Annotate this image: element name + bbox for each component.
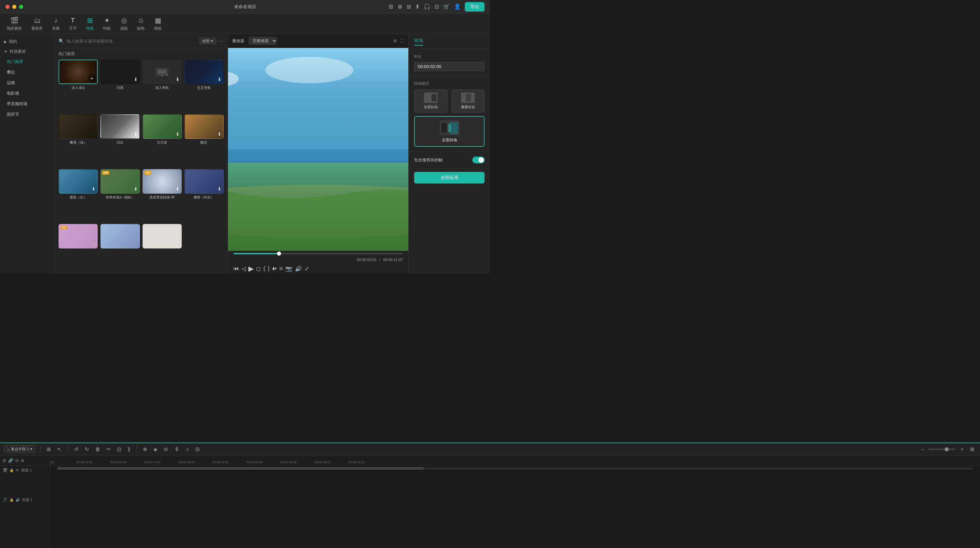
sidebar-my-header[interactable]: ▶ 我的 — [0, 37, 54, 47]
mode-overlay[interactable]: 叠覆转场 — [452, 89, 485, 113]
export-button[interactable]: 导出 — [465, 2, 485, 11]
progress-bar[interactable] — [234, 253, 403, 254]
sidebar-transition-header[interactable]: ▼ 转场素材 — [0, 47, 54, 56]
settings-small-button[interactable]: ⤢ — [305, 266, 309, 272]
toolbar-my-assets[interactable]: 🎬 我的素材 — [7, 16, 22, 31]
transition-flip[interactable]: ⬇ 翻页 — [185, 115, 224, 166]
mode-before[interactable]: 前置转场 — [414, 89, 447, 113]
total-time: 00:00:11:07 — [383, 258, 403, 262]
transitions-grid: ＋ 淡入淡出 ⬇ 闪黑 — [54, 60, 228, 274]
headphone-icon: 🎧 — [424, 3, 430, 10]
left-sidebar: ▶ 我的 ▼ 转场素材 热门推荐 叠化 运镜 电影感 — [0, 34, 54, 274]
toolbar-transition[interactable]: ⊞ 转场 — [86, 16, 94, 31]
search-icon: 🔍 — [59, 38, 64, 43]
toolbar-sticker[interactable]: ☺ 贴纸 — [137, 17, 145, 31]
transition-empty-thumb — [185, 224, 224, 249]
sidebar-transition-label: 转场素材 — [10, 49, 26, 54]
sidebar-item-dissolve[interactable]: 叠化 — [0, 67, 54, 78]
download-icon-6: ⬇ — [218, 131, 221, 137]
maximize-button[interactable] — [19, 5, 23, 9]
svg-rect-22 — [466, 94, 471, 102]
play-button[interactable]: ▶ — [248, 264, 253, 272]
transition-snow[interactable]: VIP ⬇ 圣诞雪花转场 04 — [143, 169, 182, 221]
sidebar-item-national-day[interactable]: 国庆节 — [0, 109, 54, 120]
sidebar-item-cinematic[interactable]: 电影感 — [0, 88, 54, 99]
search-input[interactable] — [67, 39, 196, 43]
transition-arrow-icon: ▼ — [4, 50, 8, 53]
transition-cube[interactable]: ⬇ 立方体 — [143, 115, 182, 166]
monitor-icon: 🖥 — [397, 4, 402, 10]
transition-wipe[interactable]: ⬇ 擦除（向右） — [185, 169, 224, 221]
layout-icon: ⊟ — [434, 3, 439, 10]
grid-view-icon[interactable]: ⊞ — [393, 38, 397, 43]
keyframe-button[interactable]: ⧫▾ — [272, 266, 277, 271]
expand-icon: ⤡ — [92, 242, 95, 247]
transition-white[interactable] — [143, 224, 182, 271]
transition-cross-zoom-thumb: ⬇ — [185, 60, 224, 84]
transition-fade-inout[interactable]: ＋ 淡入淡出 — [59, 60, 98, 112]
transition-pink-thumb: VIP ⤡ — [59, 224, 98, 249]
filter-button[interactable]: 全部 ▾ — [199, 37, 216, 45]
snapshot-button[interactable]: 📷 — [285, 266, 292, 272]
transition-cross-zoom[interactable]: ⬇ 交叉变焦 — [185, 60, 224, 112]
panel-tab-transition[interactable]: 转场 — [414, 37, 423, 46]
sidebar-item-hot[interactable]: 热门推荐 — [0, 56, 54, 67]
my-assets-icon: 🎬 — [10, 16, 19, 24]
grid-icon: ⊞ — [407, 3, 411, 10]
transition-fade-label: 淡入淡出 — [72, 85, 85, 90]
effects-icon: ✦ — [104, 16, 110, 24]
transition-empty[interactable] — [185, 224, 224, 271]
minimize-button[interactable] — [12, 5, 16, 9]
template-label: 模板 — [154, 26, 162, 31]
cart-icon: 🛒 — [443, 3, 450, 10]
trim-section: 包含修剪掉的帧 — [409, 152, 490, 169]
transition-blue[interactable] — [100, 224, 140, 271]
svg-rect-25 — [442, 123, 447, 132]
transition-pink[interactable]: VIP ⤡ — [59, 224, 98, 271]
transition-flash-dark-label: 闪黑 — [117, 85, 124, 90]
toolbar-text[interactable]: T 文字 — [69, 17, 76, 30]
svg-point-2 — [161, 75, 163, 76]
transition-mode-section: 转场模式 前置转场 — [409, 76, 490, 152]
fullscreen-icon[interactable]: ⛶ — [400, 38, 404, 43]
more-options-button[interactable]: ··· — [219, 38, 224, 44]
transition-simple[interactable]: VIP ⬇ 简单转场1—我的... — [100, 169, 140, 221]
text-icon: T — [71, 17, 75, 24]
duration-input[interactable] — [414, 62, 485, 71]
transition-cross-zoom-label: 交叉变焦 — [197, 85, 211, 90]
prev-frame-button[interactable]: ⏮ — [234, 266, 239, 272]
svg-rect-28 — [448, 124, 451, 132]
apply-all-button[interactable]: 全部应用 — [414, 172, 485, 183]
sidebar-my-label: 我的 — [9, 39, 17, 45]
quality-select[interactable]: 完整画质 — [248, 37, 277, 45]
download-icon-5: ⬇ — [176, 131, 180, 137]
toolbar-audio[interactable]: ♪ 音频 — [52, 17, 60, 31]
close-button[interactable] — [5, 5, 10, 9]
out-point-button[interactable]: } — [268, 266, 269, 272]
add-icon: ＋ — [88, 75, 95, 82]
toolbar-filter[interactable]: ◎ 滤镜 — [120, 16, 127, 31]
in-point-button[interactable]: { — [263, 266, 265, 272]
stop-button[interactable]: ◻ — [256, 266, 261, 272]
sidebar-item-audio-transition[interactable]: 带音频转场 — [0, 99, 54, 109]
transition-dissolve-light[interactable]: 叠黑（浅） — [59, 115, 98, 166]
mode-after[interactable]: 后置转场 — [414, 116, 485, 147]
trim-toggle[interactable] — [472, 156, 485, 163]
transition-fade-single[interactable]: ⬇ 淡入单轨 — [143, 60, 182, 112]
split-view-button[interactable]: ⊟ — [279, 266, 283, 271]
toolbar-template[interactable]: ▦ 模板 — [154, 16, 162, 31]
sticker-label: 贴纸 — [137, 26, 145, 31]
library-label: 素材库 — [31, 26, 43, 31]
toolbar-effects[interactable]: ✦ 特效 — [103, 16, 111, 31]
volume-button[interactable]: 🔊 — [295, 266, 302, 272]
transition-flash-dark[interactable]: ⬇ 闪黑 — [100, 60, 140, 112]
download-icon-10: ⬇ — [218, 186, 221, 192]
titlebar-actions: ⊞ 🖥 ⊞ ⬆ 🎧 ⊟ 🛒 👤 导出 — [388, 2, 485, 11]
transition-flash-white-thumb: ⬇ — [100, 115, 140, 139]
step-back-button[interactable]: ◁ — [242, 266, 246, 272]
progress-fill — [234, 253, 279, 254]
sidebar-item-dolly[interactable]: 运镜 — [0, 78, 54, 88]
toolbar-library[interactable]: 🗂 素材库 — [31, 17, 43, 31]
transition-circle[interactable]: ⬇ 圆形（出） — [59, 169, 98, 221]
transition-flash-white[interactable]: ⬇ 闪白 — [100, 115, 140, 166]
